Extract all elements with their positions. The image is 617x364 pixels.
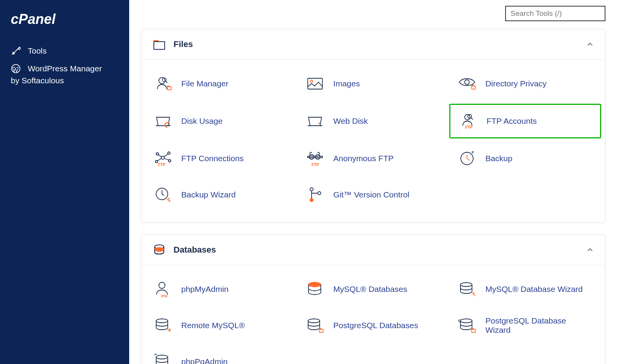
- main-content: Files File Manager Images Directory Priv…: [129, 0, 617, 364]
- tool-directory-privacy[interactable]: Directory Privacy: [449, 67, 601, 100]
- svg-rect-11: [472, 86, 475, 89]
- svg-rect-7: [167, 87, 171, 90]
- tool-label: PostgreSQL Databases: [333, 321, 418, 330]
- tool-label: Directory Privacy: [486, 79, 547, 88]
- tool-label: PostgreSQL Database Wizard: [486, 316, 593, 335]
- anonymous-ftp-icon: FTP: [305, 149, 325, 168]
- svg-point-35: [460, 283, 472, 286]
- sidebar: cPanel Tools WordPress Manager by Softac…: [0, 0, 129, 364]
- wordpress-icon: [11, 64, 21, 74]
- sidebar-item-label: WordPress Manager: [28, 64, 102, 73]
- tool-backup[interactable]: Backup: [449, 142, 601, 175]
- svg-text:cPanel: cPanel: [11, 12, 56, 27]
- tool-label: Backup: [486, 154, 512, 163]
- disk-usage-icon: [153, 112, 174, 130]
- tool-label: Remote MySQL®: [181, 321, 245, 330]
- sidebar-item-wordpress[interactable]: WordPress Manager: [11, 60, 118, 78]
- svg-point-41: [156, 355, 168, 359]
- svg-point-10: [465, 80, 469, 84]
- databases-panel: Databases php phpMyAdmin MySQL® Database…: [141, 234, 605, 364]
- svg-point-5: [159, 78, 165, 84]
- tool-label: Disk Usage: [181, 116, 223, 126]
- chevron-up-icon: [587, 41, 593, 48]
- svg-point-39: [460, 319, 472, 323]
- svg-point-29: [318, 192, 321, 195]
- tool-anonymous-ftp[interactable]: FTP Anonymous FTP: [297, 142, 449, 175]
- database-icon: [153, 243, 166, 256]
- tool-label: phpMyAdmin: [181, 285, 229, 294]
- tool-images[interactable]: Images: [297, 67, 449, 100]
- tool-phppgadmin[interactable]: phpPgAdmin: [145, 345, 297, 364]
- tool-mysql-database-wizard[interactable]: MySQL® Database Wizard: [449, 273, 601, 305]
- svg-text:php: php: [161, 294, 168, 298]
- tool-postgresql-database-wizard[interactable]: PostgreSQL Database Wizard: [449, 309, 601, 342]
- chevron-up-icon: [587, 246, 593, 253]
- svg-point-13: [465, 115, 470, 120]
- svg-point-34: [308, 282, 321, 287]
- svg-point-9: [310, 80, 313, 83]
- files-panel: Files File Manager Images Directory Priv…: [141, 29, 605, 223]
- web-disk-icon: [305, 112, 325, 130]
- tool-file-manager[interactable]: File Manager: [145, 67, 297, 100]
- postgresql-database-wizard-icon: [457, 316, 478, 335]
- svg-text:FTP: FTP: [158, 163, 165, 167]
- tool-label: Backup Wizard: [181, 190, 236, 199]
- sidebar-sublabel: by Softaculous: [11, 76, 118, 85]
- tool-label: Git™ Version Control: [333, 190, 409, 199]
- files-panel-body: File Manager Images Directory Privacy Di…: [141, 60, 605, 222]
- tool-postgresql-databases[interactable]: PostgreSQL Databases: [297, 309, 449, 342]
- tool-ftp-connections[interactable]: FTP FTP Connections: [145, 142, 297, 175]
- backup-wizard-icon: [153, 185, 174, 204]
- databases-panel-body: php phpMyAdmin MySQL® Databases MySQL® D…: [141, 265, 605, 364]
- tool-phpmyadmin[interactable]: php phpMyAdmin: [145, 273, 297, 305]
- tool-label: FTP Connections: [181, 154, 244, 163]
- tool-label: MySQL® Database Wizard: [486, 285, 583, 294]
- svg-point-36: [156, 319, 168, 323]
- tool-remote-mysql[interactable]: Remote MySQL®: [145, 309, 297, 342]
- tool-label: Anonymous FTP: [333, 154, 393, 163]
- svg-point-22: [309, 155, 314, 159]
- svg-point-23: [315, 155, 320, 159]
- search-input[interactable]: [505, 6, 605, 21]
- tool-label: Images: [333, 79, 360, 88]
- svg-text:FTP: FTP: [312, 163, 319, 167]
- tool-web-disk[interactable]: Web Disk: [297, 104, 449, 138]
- backup-icon: [457, 149, 478, 168]
- tool-backup-wizard[interactable]: Backup Wizard: [145, 179, 297, 211]
- phppgadmin-icon: [153, 352, 174, 364]
- ftp-accounts-icon: FTP: [458, 112, 479, 130]
- svg-text:FTP: FTP: [465, 125, 472, 130]
- ftp-connections-icon: FTP: [153, 149, 174, 168]
- svg-point-28: [310, 199, 313, 202]
- sidebar-item-tools[interactable]: Tools: [11, 42, 118, 60]
- svg-point-32: [159, 282, 165, 288]
- file-manager-icon: [153, 74, 174, 93]
- postgresql-databases-icon: [305, 316, 325, 335]
- sidebar-item-label: Tools: [28, 46, 47, 56]
- images-icon: [305, 74, 325, 93]
- tool-git-version-control[interactable]: Git™ Version Control: [297, 179, 449, 211]
- svg-rect-38: [319, 329, 323, 332]
- tool-label: Web Disk: [333, 116, 368, 126]
- files-panel-header[interactable]: Files: [141, 29, 605, 60]
- cpanel-logo[interactable]: cPanel: [11, 12, 118, 29]
- mysql-databases-icon: [305, 280, 325, 298]
- tool-label: File Manager: [181, 79, 229, 88]
- tool-disk-usage[interactable]: Disk Usage: [145, 104, 297, 138]
- remote-mysql-icon: [153, 316, 174, 335]
- tool-ftp-accounts[interactable]: FTP FTP Accounts: [449, 104, 601, 138]
- tool-label: phpPgAdmin: [181, 357, 228, 364]
- svg-point-31: [155, 248, 164, 251]
- mysql-database-wizard-icon: [457, 280, 478, 298]
- databases-panel-header[interactable]: Databases: [141, 235, 605, 265]
- panel-title: Databases: [174, 245, 216, 255]
- topbar: [129, 6, 617, 29]
- svg-rect-40: [472, 329, 475, 332]
- tool-label: MySQL® Databases: [333, 285, 407, 294]
- tool-mysql-databases[interactable]: MySQL® Databases: [297, 273, 449, 305]
- svg-point-12: [319, 123, 320, 124]
- panel-title: Files: [174, 39, 193, 49]
- phpmyadmin-icon: php: [153, 280, 174, 298]
- folder-icon: [153, 38, 166, 51]
- svg-point-27: [310, 188, 313, 191]
